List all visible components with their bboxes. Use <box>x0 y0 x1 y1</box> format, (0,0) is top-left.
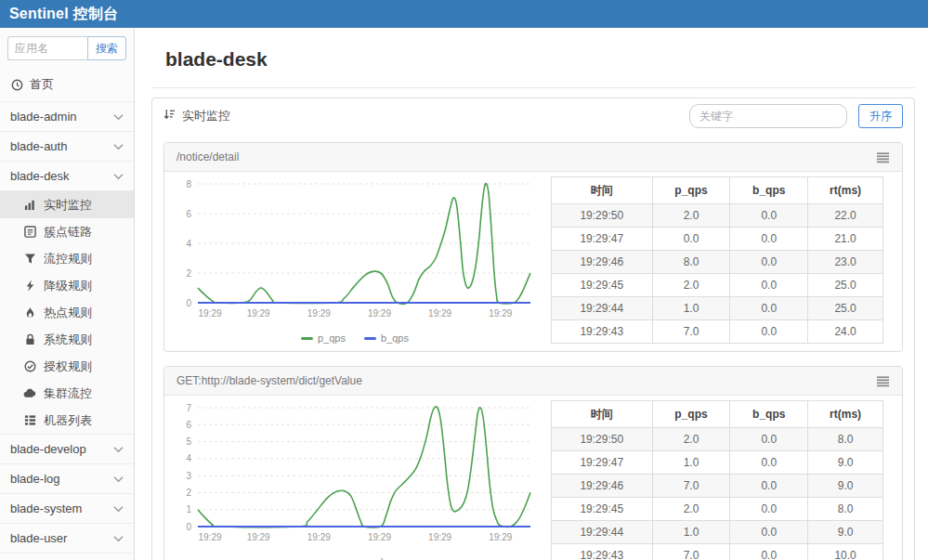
y-tick-label: 0 <box>186 522 191 532</box>
chart-legend: p_qpsb_qps <box>170 332 540 344</box>
table-cell: 2.0 <box>652 428 730 451</box>
table-row: 19:29:502.00.08.0 <box>552 428 883 451</box>
table-cell: 19:29:46 <box>552 475 653 498</box>
sidebar-subitem-2[interactable]: 流控规则 <box>0 245 134 272</box>
chevron-down-icon <box>113 113 124 121</box>
table-cell: 0.0 <box>730 544 808 560</box>
table-cell: 8.0 <box>808 498 883 521</box>
table-cell: 23.0 <box>808 251 883 274</box>
sidebar-subitem-4[interactable]: 热点规则 <box>0 299 134 326</box>
realtime-monitor-panel: 实时监控 升序 /notice/detail0246819:2919:2919:… <box>151 98 915 560</box>
column-header: b_qps <box>730 401 808 428</box>
sidebar-subitem-label: 热点规则 <box>44 305 92 321</box>
sidebar-item-label: blade-desk <box>10 169 70 183</box>
bolt-icon <box>23 280 36 292</box>
sidebar-item-blade-auth[interactable]: blade-auth <box>0 132 134 162</box>
sidebar-subitem-1[interactable]: 簇点链路 <box>0 218 134 245</box>
sidebar-subitem-label: 集群流控 <box>44 385 92 402</box>
fire-icon <box>23 306 36 319</box>
table-cell: 22.0 <box>808 204 883 228</box>
table-cell: 0.0 <box>730 521 808 544</box>
table-row: 19:29:437.00.010.0 <box>552 544 883 560</box>
main-content: blade-desk 实时监控 升序 /notice/detail0246819… <box>136 28 928 560</box>
table-cell: 0.0 <box>730 475 808 498</box>
table-cell: 0.0 <box>730 320 808 344</box>
y-tick-label: 2 <box>186 488 191 498</box>
legend-swatch <box>301 337 313 340</box>
app-search-input[interactable] <box>7 36 87 60</box>
sidebar-item-blade-admin[interactable]: blade-admin <box>0 102 134 132</box>
cloud-icon <box>23 387 36 399</box>
panel-body: /notice/detail0246819:2919:2919:2919:291… <box>152 133 914 560</box>
sidebar-subitem-8[interactable]: 机器列表 <box>0 407 134 434</box>
menu-icon[interactable] <box>876 151 890 163</box>
resource-card-header: GET:http://blade-system/dict/getValue <box>164 367 902 396</box>
y-tick-label: 4 <box>186 453 191 463</box>
sidebar-item-blade-system[interactable]: blade-system <box>0 494 134 524</box>
sort-ascending-button[interactable]: 升序 <box>858 104 903 128</box>
resource-card-body: 0246819:2919:2919:2919:2919:2919:29p_qps… <box>164 172 902 351</box>
table-row: 19:29:437.00.024.0 <box>552 320 883 344</box>
panel-title: 实时监控 <box>182 108 230 124</box>
sidebar-menu: blade-adminblade-authblade-desk实时监控簇点链路流… <box>0 102 134 560</box>
legend-label: b_qps <box>381 332 409 344</box>
legend-item-b_qps: b_qps <box>364 332 409 344</box>
panel-header-left: 实时监控 <box>163 108 230 124</box>
column-header: p_qps <box>652 401 730 428</box>
table-cell: 7.0 <box>652 475 730 498</box>
resource-card-0: /notice/detail0246819:2919:2919:2919:291… <box>163 142 903 352</box>
sidebar: 搜索 首页 blade-adminblade-authblade-desk实时监… <box>0 28 135 560</box>
title-divider <box>151 87 915 88</box>
table-cell: 9.0 <box>808 451 883 475</box>
table-cell: 9.0 <box>808 475 883 498</box>
table-row: 19:29:452.00.025.0 <box>552 274 883 297</box>
sidebar-item-label: blade-log <box>10 472 60 486</box>
panel-header-right: 升序 <box>689 104 903 128</box>
sidebar-item-home[interactable]: 首页 <box>0 68 134 102</box>
sidebar-item-blade-desk[interactable]: blade-desk <box>0 162 134 191</box>
y-tick-label: 8 <box>186 179 191 189</box>
sidebar-item-blade-user[interactable]: blade-user <box>0 524 134 553</box>
sidebar-subitem-label: 机器列表 <box>44 412 92 429</box>
sidebar-subitem-0[interactable]: 实时监控 <box>0 191 134 218</box>
resource-name: GET:http://blade-system/dict/getValue <box>176 374 362 387</box>
sidebar-subitem-6[interactable]: 授权规则 <box>0 353 134 380</box>
table-cell: 24.0 <box>808 320 883 344</box>
table-cell: 19:29:47 <box>552 451 653 475</box>
sidebar-item-sentinel-dashboard[interactable]: sentinel-dashboard <box>0 553 134 560</box>
filter-icon <box>23 253 36 265</box>
resource-name: /notice/detail <box>176 150 239 163</box>
legend-label: b_qps <box>381 556 409 560</box>
resource-card-1: GET:http://blade-system/dict/getValue012… <box>163 366 903 560</box>
sidebar-item-label: blade-auth <box>10 139 67 153</box>
keyword-input[interactable] <box>689 104 847 128</box>
metrics-table-wrap: 时间p_qpsb_qpsrt(ms)19:29:502.00.022.019:2… <box>551 176 883 344</box>
column-header: p_qps <box>652 177 730 204</box>
legend-item-b_qps: b_qps <box>364 556 409 560</box>
sort-amount-icon <box>163 109 176 124</box>
panel-header: 实时监控 升序 <box>152 98 914 133</box>
table-row: 19:29:467.00.09.0 <box>552 475 883 498</box>
sidebar-subitem-3[interactable]: 降级规则 <box>0 272 134 299</box>
table-cell: 19:29:45 <box>552 274 653 297</box>
clock-icon <box>10 79 23 91</box>
table-cell: 0.0 <box>730 228 808 251</box>
table-row: 19:29:470.00.021.0 <box>552 228 883 251</box>
sidebar-subitem-5[interactable]: 系统规则 <box>0 326 134 353</box>
sidebar-item-blade-develop[interactable]: blade-develop <box>0 435 134 464</box>
series-p_qps <box>198 184 530 305</box>
menu-icon[interactable] <box>876 375 890 387</box>
table-cell: 0.0 <box>730 428 808 451</box>
legend-label: p_qps <box>318 332 346 344</box>
line-chart-svg: 0123456719:2919:2919:2919:2919:2919:29 <box>170 400 540 553</box>
search-button[interactable]: 搜索 <box>87 36 126 60</box>
legend-item-p_qps: p_qps <box>301 332 346 344</box>
sidebar-item-label: blade-user <box>10 531 67 545</box>
check-circle-icon <box>23 360 36 372</box>
x-tick-label: 19:29 <box>198 308 221 319</box>
sidebar-subitem-7[interactable]: 集群流控 <box>0 380 134 407</box>
sidebar-item-blade-log[interactable]: blade-log <box>0 464 134 494</box>
x-tick-label: 19:29 <box>489 308 512 319</box>
metrics-table: 时间p_qpsb_qpsrt(ms)19:29:502.00.08.019:29… <box>551 400 883 560</box>
series-p_qps <box>198 407 530 527</box>
